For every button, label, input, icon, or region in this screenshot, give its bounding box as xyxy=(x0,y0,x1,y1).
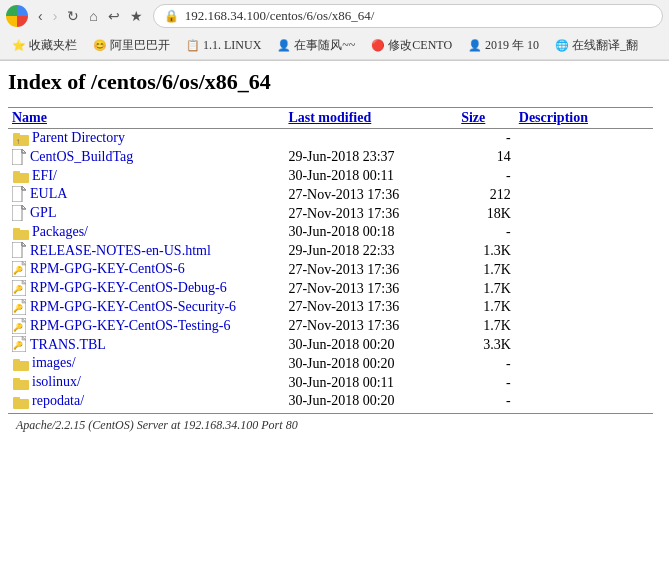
col-name-header: Name xyxy=(8,108,284,129)
svg-text:🔑: 🔑 xyxy=(13,303,23,313)
file-link[interactable]: RELEASE-NOTES-en-US.html xyxy=(30,243,211,258)
svg-rect-9 xyxy=(12,205,22,221)
modified-cell: 29-Jun-2018 22:33 xyxy=(284,242,457,261)
table-row: repodata/30-Jun-2018 00:20- xyxy=(8,392,653,411)
modified-cell: 30-Jun-2018 00:20 xyxy=(284,354,457,373)
table-row: 🔑RPM-GPG-KEY-CentOS-Security-627-Nov-201… xyxy=(8,298,653,317)
reload-button[interactable]: ↻ xyxy=(63,6,83,26)
file-link[interactable]: CentOS_BuildTag xyxy=(30,149,133,164)
folder-icon xyxy=(12,394,30,410)
svg-rect-3 xyxy=(12,149,22,165)
bookmark-alibaba[interactable]: 😊 阿里巴巴开 xyxy=(87,35,176,56)
bookmark-linux[interactable]: 📋 1.1. LINUX xyxy=(180,36,267,55)
file-link[interactable]: RPM-GPG-KEY-CentOS-Testing-6 xyxy=(30,318,230,333)
table-row: EULA27-Nov-2013 17:36212 xyxy=(8,185,653,204)
forward-button[interactable]: › xyxy=(49,6,62,26)
svg-rect-35 xyxy=(13,397,20,401)
table-row: CentOS_BuildTag29-Jun-2018 23:3714 xyxy=(8,148,653,167)
doc-icon xyxy=(12,149,26,165)
size-cell: 18K xyxy=(457,204,515,223)
page-title: Index of /centos/6/os/x86_64 xyxy=(8,69,653,95)
doc-icon xyxy=(12,186,26,202)
file-link[interactable]: repodata/ xyxy=(32,393,84,408)
bookmark-shishi[interactable]: 👤 在事随风~~ xyxy=(271,35,361,56)
desc-cell xyxy=(515,392,653,411)
page-content: Index of /centos/6/os/x86_64 Name Last m… xyxy=(0,61,669,441)
size-cell: - xyxy=(457,392,515,411)
size-cell: 1.7K xyxy=(457,317,515,336)
sort-modified-link[interactable]: Last modified xyxy=(288,110,371,125)
size-cell: 1.7K xyxy=(457,260,515,279)
table-row: ↑Parent Directory- xyxy=(8,129,653,148)
svg-rect-33 xyxy=(13,378,20,382)
file-link[interactable]: RPM-GPG-KEY-CentOS-Debug-6 xyxy=(30,280,227,295)
bookmark-centos[interactable]: 🔴 修改CENTO xyxy=(365,35,458,56)
modified-cell: 30-Jun-2018 00:20 xyxy=(284,336,457,355)
doc-icon xyxy=(12,242,26,258)
browser-toolbar: ‹ › ↻ ⌂ ↩ ★ 🔒 192.168.34.100/centos/6/os… xyxy=(0,0,669,32)
svg-marker-10 xyxy=(22,205,26,209)
server-footer: Apache/2.2.15 (CentOS) Server at 192.168… xyxy=(8,413,653,437)
col-desc-header: Description xyxy=(515,108,653,129)
svg-marker-8 xyxy=(22,186,26,190)
parent-dir-icon: ↑ xyxy=(12,131,30,147)
table-row: Packages/30-Jun-2018 00:18- xyxy=(8,223,653,242)
bookmark-star-button[interactable]: ★ xyxy=(126,6,147,26)
size-cell: - xyxy=(457,223,515,242)
file-link[interactable]: TRANS.TBL xyxy=(30,337,106,352)
table-header: Name Last modified Size Description xyxy=(8,108,653,129)
back-button[interactable]: ‹ xyxy=(34,6,47,26)
bookmark-label: 收藏夹栏 xyxy=(29,37,77,54)
file-link[interactable]: RPM-GPG-KEY-CentOS-Security-6 xyxy=(30,299,236,314)
table-row: 🔑RPM-GPG-KEY-CentOS-Debug-627-Nov-2013 1… xyxy=(8,279,653,298)
svg-text:🔑: 🔑 xyxy=(13,284,23,294)
directory-table: Name Last modified Size Description ↑Par… xyxy=(8,107,653,411)
table-row: 🔑RPM-GPG-KEY-CentOS-627-Nov-2013 17:361.… xyxy=(8,260,653,279)
table-row: 🔑RPM-GPG-KEY-CentOS-Testing-627-Nov-2013… xyxy=(8,317,653,336)
table-row: 🔑TRANS.TBL30-Jun-2018 00:203.3K xyxy=(8,336,653,355)
sort-name-link[interactable]: Name xyxy=(12,110,47,125)
sort-size-link[interactable]: Size xyxy=(461,110,485,125)
bookmark-label: 1.1. LINUX xyxy=(203,38,261,53)
file-link[interactable]: Parent Directory xyxy=(32,130,125,145)
bookmark-translate[interactable]: 🌐 在线翻译_翻 xyxy=(549,35,644,56)
desc-cell xyxy=(515,354,653,373)
desc-cell xyxy=(515,279,653,298)
desc-cell xyxy=(515,373,653,392)
modified-cell: 27-Nov-2013 17:36 xyxy=(284,185,457,204)
modified-cell: 30-Jun-2018 00:18 xyxy=(284,223,457,242)
folder-icon xyxy=(12,168,30,184)
home-button[interactable]: ⌂ xyxy=(85,6,101,26)
desc-cell xyxy=(515,204,653,223)
size-cell: 1.7K xyxy=(457,279,515,298)
table-row: GPL27-Nov-2013 17:3618K xyxy=(8,204,653,223)
back-arrow-button[interactable]: ↩ xyxy=(104,6,124,26)
size-cell: - xyxy=(457,129,515,148)
file-link[interactable]: isolinux/ xyxy=(32,374,81,389)
file-link[interactable]: RPM-GPG-KEY-CentOS-6 xyxy=(30,261,185,276)
file-link[interactable]: EULA xyxy=(30,186,67,201)
bookmark-2019[interactable]: 👤 2019 年 10 xyxy=(462,35,545,56)
address-bar[interactable]: 🔒 192.168.34.100/centos/6/os/x86_64/ xyxy=(153,4,663,28)
bookmark-favorites[interactable]: ⭐ 收藏夹栏 xyxy=(6,35,83,56)
star-icon: ⭐ xyxy=(12,39,26,52)
file-link[interactable]: GPL xyxy=(30,205,56,220)
rpm-icon: 🔑 xyxy=(12,299,26,315)
modified-cell: 27-Nov-2013 17:36 xyxy=(284,298,457,317)
file-link[interactable]: EFI/ xyxy=(32,168,57,183)
table-row: isolinux/30-Jun-2018 00:11- xyxy=(8,373,653,392)
nav-buttons: ‹ › ↻ ⌂ ↩ ★ xyxy=(34,6,147,26)
rpm-icon: 🔑 xyxy=(12,280,26,296)
sort-desc-link[interactable]: Description xyxy=(519,110,588,125)
modified-cell: 27-Nov-2013 17:36 xyxy=(284,260,457,279)
size-cell: - xyxy=(457,167,515,186)
table-body: ↑Parent Directory-CentOS_BuildTag29-Jun-… xyxy=(8,129,653,411)
chrome-logo-icon xyxy=(6,5,28,27)
desc-cell xyxy=(515,185,653,204)
modified-cell: 30-Jun-2018 00:11 xyxy=(284,167,457,186)
doc-icon: 📋 xyxy=(186,39,200,52)
file-link[interactable]: Packages/ xyxy=(32,224,88,239)
bookmark-label: 阿里巴巴开 xyxy=(110,37,170,54)
file-link[interactable]: images/ xyxy=(32,355,76,370)
table-row: images/30-Jun-2018 00:20- xyxy=(8,354,653,373)
